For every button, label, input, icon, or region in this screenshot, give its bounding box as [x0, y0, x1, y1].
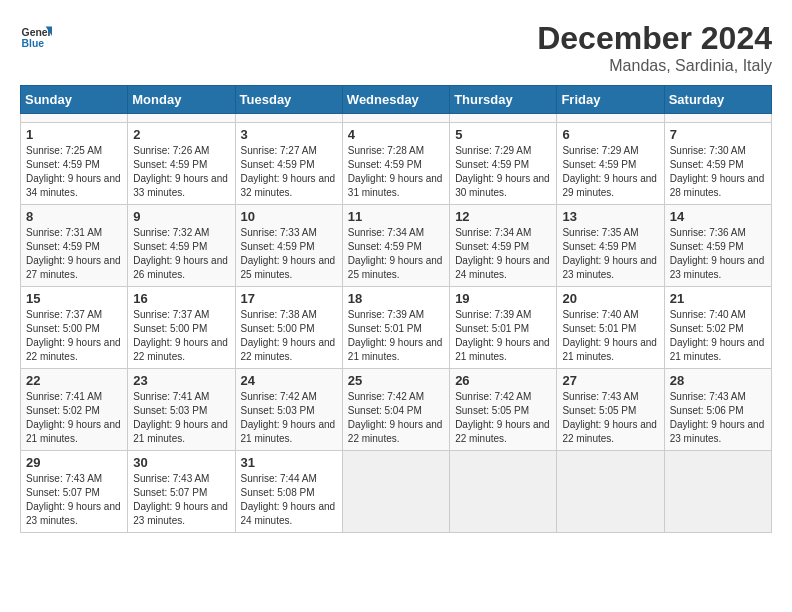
day-number: 3	[241, 127, 337, 142]
month-year: December 2024	[537, 20, 772, 57]
calendar-day-cell	[450, 114, 557, 123]
day-number: 8	[26, 209, 122, 224]
day-info: Sunrise: 7:27 AMSunset: 4:59 PMDaylight:…	[241, 145, 336, 198]
day-number: 24	[241, 373, 337, 388]
day-number: 23	[133, 373, 229, 388]
day-number: 29	[26, 455, 122, 470]
title-section: December 2024 Mandas, Sardinia, Italy	[537, 20, 772, 75]
svg-text:Blue: Blue	[22, 38, 45, 49]
header-section: General Blue December 2024 Mandas, Sardi…	[20, 20, 772, 75]
day-of-week-header: Wednesday	[342, 86, 449, 114]
calendar-day-cell	[235, 114, 342, 123]
day-number: 5	[455, 127, 551, 142]
day-of-week-header: Sunday	[21, 86, 128, 114]
day-info: Sunrise: 7:40 AMSunset: 5:02 PMDaylight:…	[670, 309, 765, 362]
day-info: Sunrise: 7:34 AMSunset: 4:59 PMDaylight:…	[348, 227, 443, 280]
day-number: 28	[670, 373, 766, 388]
day-info: Sunrise: 7:43 AMSunset: 5:07 PMDaylight:…	[26, 473, 121, 526]
logo-icon: General Blue	[20, 20, 52, 52]
calendar-day-cell	[342, 114, 449, 123]
day-number: 10	[241, 209, 337, 224]
calendar-day-cell: 15 Sunrise: 7:37 AMSunset: 5:00 PMDaylig…	[21, 287, 128, 369]
calendar-day-cell: 8 Sunrise: 7:31 AMSunset: 4:59 PMDayligh…	[21, 205, 128, 287]
calendar-day-cell: 26 Sunrise: 7:42 AMSunset: 5:05 PMDaylig…	[450, 369, 557, 451]
calendar-day-cell: 14 Sunrise: 7:36 AMSunset: 4:59 PMDaylig…	[664, 205, 771, 287]
day-number: 26	[455, 373, 551, 388]
calendar-day-cell: 5 Sunrise: 7:29 AMSunset: 4:59 PMDayligh…	[450, 123, 557, 205]
calendar-day-cell: 3 Sunrise: 7:27 AMSunset: 4:59 PMDayligh…	[235, 123, 342, 205]
day-number: 2	[133, 127, 229, 142]
calendar-week-row: 15 Sunrise: 7:37 AMSunset: 5:00 PMDaylig…	[21, 287, 772, 369]
day-info: Sunrise: 7:38 AMSunset: 5:00 PMDaylight:…	[241, 309, 336, 362]
day-info: Sunrise: 7:37 AMSunset: 5:00 PMDaylight:…	[26, 309, 121, 362]
calendar-day-cell	[21, 114, 128, 123]
day-info: Sunrise: 7:40 AMSunset: 5:01 PMDaylight:…	[562, 309, 657, 362]
header-row: SundayMondayTuesdayWednesdayThursdayFrid…	[21, 86, 772, 114]
day-number: 15	[26, 291, 122, 306]
calendar-day-cell	[342, 451, 449, 533]
calendar-day-cell	[557, 451, 664, 533]
calendar-day-cell: 1 Sunrise: 7:25 AMSunset: 4:59 PMDayligh…	[21, 123, 128, 205]
calendar-day-cell	[664, 451, 771, 533]
calendar-day-cell: 20 Sunrise: 7:40 AMSunset: 5:01 PMDaylig…	[557, 287, 664, 369]
day-of-week-header: Saturday	[664, 86, 771, 114]
calendar-day-cell: 19 Sunrise: 7:39 AMSunset: 5:01 PMDaylig…	[450, 287, 557, 369]
day-of-week-header: Thursday	[450, 86, 557, 114]
day-number: 30	[133, 455, 229, 470]
calendar-day-cell: 17 Sunrise: 7:38 AMSunset: 5:00 PMDaylig…	[235, 287, 342, 369]
calendar-day-cell: 13 Sunrise: 7:35 AMSunset: 4:59 PMDaylig…	[557, 205, 664, 287]
day-info: Sunrise: 7:35 AMSunset: 4:59 PMDaylight:…	[562, 227, 657, 280]
day-info: Sunrise: 7:39 AMSunset: 5:01 PMDaylight:…	[455, 309, 550, 362]
day-number: 14	[670, 209, 766, 224]
day-info: Sunrise: 7:37 AMSunset: 5:00 PMDaylight:…	[133, 309, 228, 362]
calendar-table: SundayMondayTuesdayWednesdayThursdayFrid…	[20, 85, 772, 533]
calendar-week-row: 1 Sunrise: 7:25 AMSunset: 4:59 PMDayligh…	[21, 123, 772, 205]
calendar-day-cell: 30 Sunrise: 7:43 AMSunset: 5:07 PMDaylig…	[128, 451, 235, 533]
day-info: Sunrise: 7:41 AMSunset: 5:02 PMDaylight:…	[26, 391, 121, 444]
day-number: 27	[562, 373, 658, 388]
calendar-day-cell: 22 Sunrise: 7:41 AMSunset: 5:02 PMDaylig…	[21, 369, 128, 451]
calendar-day-cell: 25 Sunrise: 7:42 AMSunset: 5:04 PMDaylig…	[342, 369, 449, 451]
calendar-day-cell: 29 Sunrise: 7:43 AMSunset: 5:07 PMDaylig…	[21, 451, 128, 533]
day-number: 12	[455, 209, 551, 224]
day-info: Sunrise: 7:30 AMSunset: 4:59 PMDaylight:…	[670, 145, 765, 198]
day-info: Sunrise: 7:42 AMSunset: 5:04 PMDaylight:…	[348, 391, 443, 444]
day-number: 18	[348, 291, 444, 306]
day-number: 11	[348, 209, 444, 224]
calendar-day-cell: 12 Sunrise: 7:34 AMSunset: 4:59 PMDaylig…	[450, 205, 557, 287]
day-info: Sunrise: 7:33 AMSunset: 4:59 PMDaylight:…	[241, 227, 336, 280]
day-number: 19	[455, 291, 551, 306]
calendar-day-cell	[557, 114, 664, 123]
day-info: Sunrise: 7:25 AMSunset: 4:59 PMDaylight:…	[26, 145, 121, 198]
calendar-day-cell: 2 Sunrise: 7:26 AMSunset: 4:59 PMDayligh…	[128, 123, 235, 205]
calendar-day-cell	[664, 114, 771, 123]
day-info: Sunrise: 7:28 AMSunset: 4:59 PMDaylight:…	[348, 145, 443, 198]
day-number: 13	[562, 209, 658, 224]
day-info: Sunrise: 7:29 AMSunset: 4:59 PMDaylight:…	[562, 145, 657, 198]
day-number: 9	[133, 209, 229, 224]
calendar-day-cell: 27 Sunrise: 7:43 AMSunset: 5:05 PMDaylig…	[557, 369, 664, 451]
day-info: Sunrise: 7:26 AMSunset: 4:59 PMDaylight:…	[133, 145, 228, 198]
calendar-week-row: 8 Sunrise: 7:31 AMSunset: 4:59 PMDayligh…	[21, 205, 772, 287]
calendar-day-cell: 21 Sunrise: 7:40 AMSunset: 5:02 PMDaylig…	[664, 287, 771, 369]
location: Mandas, Sardinia, Italy	[537, 57, 772, 75]
day-number: 4	[348, 127, 444, 142]
calendar-day-cell: 31 Sunrise: 7:44 AMSunset: 5:08 PMDaylig…	[235, 451, 342, 533]
calendar-day-cell: 16 Sunrise: 7:37 AMSunset: 5:00 PMDaylig…	[128, 287, 235, 369]
day-info: Sunrise: 7:43 AMSunset: 5:06 PMDaylight:…	[670, 391, 765, 444]
logo: General Blue	[20, 20, 52, 52]
calendar-day-cell: 9 Sunrise: 7:32 AMSunset: 4:59 PMDayligh…	[128, 205, 235, 287]
day-info: Sunrise: 7:43 AMSunset: 5:07 PMDaylight:…	[133, 473, 228, 526]
calendar-day-cell: 7 Sunrise: 7:30 AMSunset: 4:59 PMDayligh…	[664, 123, 771, 205]
day-info: Sunrise: 7:42 AMSunset: 5:05 PMDaylight:…	[455, 391, 550, 444]
calendar-day-cell: 24 Sunrise: 7:42 AMSunset: 5:03 PMDaylig…	[235, 369, 342, 451]
day-of-week-header: Tuesday	[235, 86, 342, 114]
day-info: Sunrise: 7:39 AMSunset: 5:01 PMDaylight:…	[348, 309, 443, 362]
calendar-day-cell: 4 Sunrise: 7:28 AMSunset: 4:59 PMDayligh…	[342, 123, 449, 205]
calendar-week-row	[21, 114, 772, 123]
day-info: Sunrise: 7:36 AMSunset: 4:59 PMDaylight:…	[670, 227, 765, 280]
calendar-day-cell: 10 Sunrise: 7:33 AMSunset: 4:59 PMDaylig…	[235, 205, 342, 287]
day-info: Sunrise: 7:44 AMSunset: 5:08 PMDaylight:…	[241, 473, 336, 526]
day-info: Sunrise: 7:31 AMSunset: 4:59 PMDaylight:…	[26, 227, 121, 280]
day-info: Sunrise: 7:34 AMSunset: 4:59 PMDaylight:…	[455, 227, 550, 280]
